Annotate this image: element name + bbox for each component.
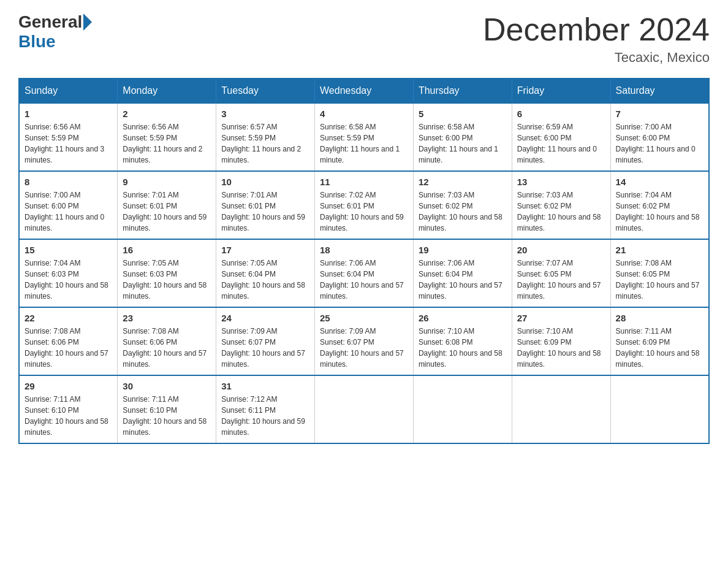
calendar-day-cell: 10 Sunrise: 7:01 AM Sunset: 6:01 PM Dayl… (216, 171, 315, 239)
calendar-day-cell: 5 Sunrise: 6:58 AM Sunset: 6:00 PM Dayli… (413, 103, 512, 171)
day-of-week-header: Tuesday (216, 79, 315, 103)
logo-general-text: General (18, 12, 82, 32)
day-info: Sunrise: 7:08 AM Sunset: 6:05 PM Dayligh… (616, 258, 703, 302)
day-info: Sunrise: 7:07 AM Sunset: 6:05 PM Dayligh… (517, 258, 605, 302)
day-number: 11 (320, 177, 408, 187)
day-of-week-header: Monday (118, 79, 216, 103)
calendar-day-cell: 29 Sunrise: 7:11 AM Sunset: 6:10 PM Dayl… (19, 375, 118, 443)
day-number: 20 (517, 245, 605, 255)
day-number: 30 (123, 381, 211, 391)
calendar-day-cell: 11 Sunrise: 7:02 AM Sunset: 6:01 PM Dayl… (315, 171, 414, 239)
day-number: 29 (25, 381, 112, 391)
calendar-day-cell: 27 Sunrise: 7:10 AM Sunset: 6:09 PM Dayl… (512, 307, 610, 375)
day-number: 17 (221, 245, 309, 255)
day-number: 6 (517, 109, 605, 119)
day-info: Sunrise: 7:03 AM Sunset: 6:02 PM Dayligh… (419, 190, 507, 234)
day-info: Sunrise: 7:10 AM Sunset: 6:08 PM Dayligh… (419, 326, 507, 370)
calendar-day-cell: 3 Sunrise: 6:57 AM Sunset: 5:59 PM Dayli… (216, 103, 315, 171)
day-number: 21 (616, 245, 703, 255)
calendar-day-cell: 30 Sunrise: 7:11 AM Sunset: 6:10 PM Dayl… (118, 375, 216, 443)
day-info: Sunrise: 6:58 AM Sunset: 5:59 PM Dayligh… (320, 121, 408, 166)
day-number: 12 (419, 177, 507, 187)
logo-arrow-icon (83, 13, 92, 31)
calendar-day-cell: 20 Sunrise: 7:07 AM Sunset: 6:05 PM Dayl… (512, 239, 610, 307)
day-info: Sunrise: 7:06 AM Sunset: 6:04 PM Dayligh… (419, 258, 507, 302)
day-info: Sunrise: 6:56 AM Sunset: 5:59 PM Dayligh… (25, 121, 112, 166)
calendar-day-cell: 15 Sunrise: 7:04 AM Sunset: 6:03 PM Dayl… (19, 239, 118, 307)
day-number: 7 (616, 109, 703, 119)
calendar-week-row: 1 Sunrise: 6:56 AM Sunset: 5:59 PM Dayli… (19, 103, 709, 171)
day-info: Sunrise: 7:06 AM Sunset: 6:04 PM Dayligh… (320, 258, 408, 302)
day-info: Sunrise: 6:57 AM Sunset: 5:59 PM Dayligh… (221, 121, 309, 166)
day-info: Sunrise: 7:09 AM Sunset: 6:07 PM Dayligh… (320, 326, 408, 370)
calendar-day-cell: 12 Sunrise: 7:03 AM Sunset: 6:02 PM Dayl… (413, 171, 512, 239)
day-info: Sunrise: 7:01 AM Sunset: 6:01 PM Dayligh… (221, 190, 309, 234)
day-of-week-header: Thursday (413, 79, 512, 103)
day-info: Sunrise: 7:12 AM Sunset: 6:11 PM Dayligh… (221, 394, 309, 438)
calendar-day-cell: 28 Sunrise: 7:11 AM Sunset: 6:09 PM Dayl… (610, 307, 709, 375)
day-number: 1 (25, 109, 112, 119)
logo-blue-text: Blue (18, 32, 56, 52)
calendar-day-cell: 22 Sunrise: 7:08 AM Sunset: 6:06 PM Dayl… (19, 307, 118, 375)
day-number: 5 (419, 109, 507, 119)
day-number: 3 (221, 109, 309, 119)
day-number: 2 (123, 109, 211, 119)
calendar-week-row: 15 Sunrise: 7:04 AM Sunset: 6:03 PM Dayl… (19, 239, 709, 307)
calendar-header-row: SundayMondayTuesdayWednesdayThursdayFrid… (19, 79, 709, 103)
day-number: 9 (123, 177, 211, 187)
calendar-day-cell: 25 Sunrise: 7:09 AM Sunset: 6:07 PM Dayl… (315, 307, 414, 375)
calendar-week-row: 29 Sunrise: 7:11 AM Sunset: 6:10 PM Dayl… (19, 375, 709, 443)
calendar-day-cell: 24 Sunrise: 7:09 AM Sunset: 6:07 PM Dayl… (216, 307, 315, 375)
calendar-day-cell (413, 375, 512, 443)
month-title: December 2024 (483, 12, 710, 47)
day-info: Sunrise: 7:00 AM Sunset: 6:00 PM Dayligh… (25, 190, 112, 234)
day-number: 4 (320, 109, 408, 119)
day-number: 14 (616, 177, 703, 187)
calendar-day-cell: 31 Sunrise: 7:12 AM Sunset: 6:11 PM Dayl… (216, 375, 315, 443)
day-info: Sunrise: 7:11 AM Sunset: 6:10 PM Dayligh… (25, 394, 112, 438)
calendar-day-cell: 9 Sunrise: 7:01 AM Sunset: 6:01 PM Dayli… (118, 171, 216, 239)
day-of-week-header: Sunday (19, 79, 118, 103)
calendar-day-cell: 26 Sunrise: 7:10 AM Sunset: 6:08 PM Dayl… (413, 307, 512, 375)
calendar-day-cell: 19 Sunrise: 7:06 AM Sunset: 6:04 PM Dayl… (413, 239, 512, 307)
day-number: 19 (419, 245, 507, 255)
calendar-day-cell: 23 Sunrise: 7:08 AM Sunset: 6:06 PM Dayl… (118, 307, 216, 375)
page-header: General Blue December 2024 Tecaxic, Mexi… (18, 12, 710, 66)
title-section: December 2024 Tecaxic, Mexico (483, 12, 710, 66)
day-info: Sunrise: 7:05 AM Sunset: 6:03 PM Dayligh… (123, 258, 211, 302)
day-info: Sunrise: 7:04 AM Sunset: 6:03 PM Dayligh… (25, 258, 112, 302)
day-number: 24 (221, 313, 309, 323)
calendar-week-row: 22 Sunrise: 7:08 AM Sunset: 6:06 PM Dayl… (19, 307, 709, 375)
day-number: 25 (320, 313, 408, 323)
calendar-day-cell: 18 Sunrise: 7:06 AM Sunset: 6:04 PM Dayl… (315, 239, 414, 307)
calendar-day-cell (315, 375, 414, 443)
day-number: 28 (616, 313, 703, 323)
day-info: Sunrise: 7:08 AM Sunset: 6:06 PM Dayligh… (123, 326, 211, 370)
day-info: Sunrise: 6:58 AM Sunset: 6:00 PM Dayligh… (419, 121, 507, 166)
day-info: Sunrise: 7:03 AM Sunset: 6:02 PM Dayligh… (517, 190, 605, 234)
day-info: Sunrise: 7:01 AM Sunset: 6:01 PM Dayligh… (123, 190, 211, 234)
calendar-day-cell: 6 Sunrise: 6:59 AM Sunset: 6:00 PM Dayli… (512, 103, 610, 171)
calendar-day-cell: 17 Sunrise: 7:05 AM Sunset: 6:04 PM Dayl… (216, 239, 315, 307)
day-info: Sunrise: 7:02 AM Sunset: 6:01 PM Dayligh… (320, 190, 408, 234)
location-text: Tecaxic, Mexico (483, 50, 710, 66)
day-info: Sunrise: 7:04 AM Sunset: 6:02 PM Dayligh… (616, 190, 703, 234)
day-number: 27 (517, 313, 605, 323)
day-of-week-header: Friday (512, 79, 610, 103)
day-number: 10 (221, 177, 309, 187)
day-of-week-header: Wednesday (315, 79, 414, 103)
calendar-day-cell (610, 375, 709, 443)
calendar-day-cell: 2 Sunrise: 6:56 AM Sunset: 5:59 PM Dayli… (118, 103, 216, 171)
calendar-day-cell (512, 375, 610, 443)
day-number: 26 (419, 313, 507, 323)
calendar-day-cell: 21 Sunrise: 7:08 AM Sunset: 6:05 PM Dayl… (610, 239, 709, 307)
day-of-week-header: Saturday (610, 79, 709, 103)
day-info: Sunrise: 7:11 AM Sunset: 6:09 PM Dayligh… (616, 326, 703, 370)
day-info: Sunrise: 6:56 AM Sunset: 5:59 PM Dayligh… (123, 121, 211, 166)
day-number: 22 (25, 313, 112, 323)
day-info: Sunrise: 6:59 AM Sunset: 6:00 PM Dayligh… (517, 121, 605, 166)
day-info: Sunrise: 7:08 AM Sunset: 6:06 PM Dayligh… (25, 326, 112, 370)
day-info: Sunrise: 7:09 AM Sunset: 6:07 PM Dayligh… (221, 326, 309, 370)
day-number: 15 (25, 245, 112, 255)
day-info: Sunrise: 7:00 AM Sunset: 6:00 PM Dayligh… (616, 121, 703, 166)
